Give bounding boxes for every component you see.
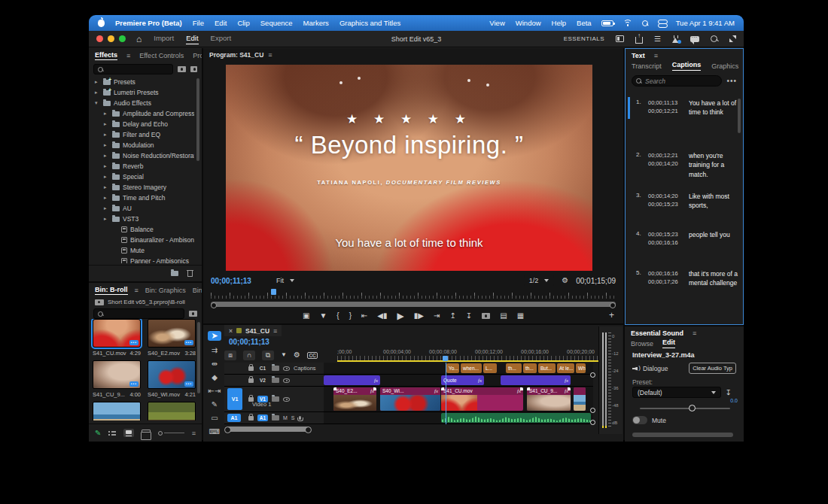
bin-clip-partial-4[interactable] bbox=[93, 402, 141, 421]
sync-lock-icon[interactable] bbox=[272, 396, 279, 402]
effects-tree-item[interactable]: ▾Audio Effects bbox=[92, 98, 194, 108]
sync-lock-icon[interactable] bbox=[272, 366, 279, 371]
caption-clip[interactable]: th... bbox=[523, 363, 537, 373]
caption-clip[interactable]: At le... bbox=[557, 363, 574, 373]
step-forward-icon[interactable]: ▮▶ bbox=[414, 312, 424, 320]
sync-lock-icon[interactable] bbox=[272, 378, 279, 383]
video-clip[interactable]: S40_WI...fx bbox=[380, 387, 440, 411]
close-window-button[interactable] bbox=[96, 35, 103, 42]
timeline-timecode[interactable]: 00;00;11;13 bbox=[229, 338, 269, 346]
panel-menu-icon[interactable]: ≡ bbox=[135, 287, 139, 294]
effects-tree-item[interactable]: ▸Reverb bbox=[92, 161, 194, 172]
zoom-window-button[interactable] bbox=[119, 35, 126, 42]
graphic-clip[interactable]: Quotefx bbox=[441, 375, 484, 385]
effects-tree-item[interactable]: ▸Amplitude and Compression bbox=[92, 108, 194, 119]
caption-text[interactable]: when you're training for a match. bbox=[689, 151, 738, 179]
tree-chevron-icon[interactable]: ▸ bbox=[104, 121, 109, 127]
clip-thumbnail[interactable]: ••• bbox=[93, 360, 141, 389]
program-scrollbar[interactable] bbox=[211, 302, 616, 307]
audio-clip[interactable] bbox=[441, 413, 591, 423]
nav-import[interactable]: Import bbox=[154, 34, 174, 44]
v1-lane[interactable]: S40_E2...fxS40_WI...fxS41_CU.movfxS41_CU… bbox=[324, 387, 593, 412]
clip-thumbnail[interactable]: ••• bbox=[93, 319, 141, 348]
bin-filter-icon[interactable] bbox=[189, 311, 197, 317]
nav-export[interactable]: Export bbox=[211, 34, 231, 44]
effects-tree-item[interactable]: ▸Presets bbox=[92, 77, 194, 87]
ripple-edit-tool[interactable]: ⇹ bbox=[208, 360, 221, 368]
tree-chevron-icon[interactable]: ▸ bbox=[104, 205, 109, 211]
sync-lock-icon[interactable] bbox=[272, 415, 279, 421]
bin-clip-S41_CU_9...[interactable]: •••S41_CU_9...4:00 bbox=[93, 360, 141, 398]
effects-tree-item[interactable]: ▸VST3 bbox=[92, 214, 194, 224]
zoom-tool-icon[interactable] bbox=[711, 35, 718, 43]
tab-captions[interactable]: Captions bbox=[672, 61, 702, 71]
comparison-view-icon[interactable]: ▣ bbox=[303, 312, 309, 320]
video-clip[interactable]: S40_E2...fx bbox=[333, 387, 376, 411]
tab-effect-controls[interactable]: Effect Controls bbox=[139, 52, 184, 59]
comments-icon[interactable] bbox=[690, 36, 699, 42]
menu-item-file[interactable]: File bbox=[193, 19, 204, 27]
playback-resolution-dropdown[interactable]: 1/2 bbox=[524, 275, 555, 286]
bin-clip-S41_CU.mov[interactable]: •••S41_CU.mov4:29 bbox=[93, 319, 141, 357]
tree-chevron-icon[interactable]: ▸ bbox=[95, 79, 100, 85]
graphic-clip[interactable]: fx bbox=[501, 375, 571, 385]
tree-chevron-icon[interactable]: ▸ bbox=[104, 142, 109, 148]
caption-list-item[interactable]: 4.00;00;15;2300;00;16;16people tell you bbox=[626, 230, 738, 247]
tab-graphics[interactable]: Graphics bbox=[711, 62, 738, 70]
clip-thumbnail[interactable] bbox=[93, 402, 141, 421]
menubar-clock[interactable]: Tue Apr 1 9:41 AM bbox=[676, 19, 735, 27]
delete-icon[interactable] bbox=[187, 271, 193, 277]
go-to-in-icon[interactable]: ⇤ bbox=[361, 312, 367, 320]
track-output-icon[interactable] bbox=[283, 366, 290, 371]
caption-clip[interactable]: But... bbox=[538, 363, 556, 373]
caption-clip[interactable]: when... bbox=[461, 363, 482, 373]
razor-tool[interactable]: ◆ bbox=[208, 373, 221, 381]
essential-sound-scrollbar[interactable] bbox=[632, 433, 733, 437]
workspaces-icon[interactable] bbox=[616, 35, 624, 42]
new-bin-icon[interactable] bbox=[171, 271, 178, 276]
menu-item-markers[interactable]: Markers bbox=[303, 19, 329, 27]
tree-chevron-icon[interactable]: ▸ bbox=[104, 163, 109, 169]
caption-text[interactable]: You have a lot of time to think bbox=[689, 99, 738, 117]
track-output-icon[interactable] bbox=[283, 378, 290, 383]
effects-tree-item[interactable]: Binauralizer - Ambisonics bbox=[92, 235, 194, 245]
tree-chevron-icon[interactable]: ▸ bbox=[95, 90, 100, 96]
freeform-view-icon[interactable] bbox=[142, 430, 151, 436]
linked-selection-icon[interactable]: ⧉ bbox=[262, 351, 274, 360]
menu-item-beta[interactable]: Beta bbox=[577, 19, 592, 27]
caption-timecodes[interactable]: 00;00;12;2100;00;14;20 bbox=[648, 151, 684, 179]
program-timecode[interactable]: 00;00;11;13 bbox=[211, 277, 251, 285]
rectangle-tool[interactable]: ▭ bbox=[208, 414, 221, 422]
timeline-playhead[interactable] bbox=[446, 363, 446, 424]
panel-menu-icon[interactable]: ≡ bbox=[268, 51, 272, 59]
captions-scrollbar[interactable] bbox=[738, 99, 741, 133]
nav-edit[interactable]: Edit bbox=[186, 34, 198, 44]
overwrite-icon[interactable]: ▦ bbox=[517, 312, 524, 320]
volume-slider[interactable] bbox=[640, 408, 730, 409]
list-view-icon[interactable] bbox=[108, 430, 116, 436]
effects-tree-item[interactable]: ▸Filter and EQ bbox=[92, 129, 194, 140]
tree-chevron-icon[interactable]: ▸ bbox=[104, 111, 109, 117]
menu-item-graphics-and-titles[interactable]: Graphics and Titles bbox=[339, 19, 400, 27]
play-button[interactable]: ▶ bbox=[397, 311, 404, 320]
selection-tool[interactable]: ➤ bbox=[208, 331, 221, 341]
spotlight-search-icon[interactable] bbox=[642, 20, 648, 26]
voiceover-record-icon[interactable] bbox=[299, 416, 301, 420]
captions-menu-icon[interactable]: CC bbox=[307, 352, 318, 359]
program-time-ruler[interactable] bbox=[211, 290, 616, 299]
snap-icon[interactable]: ∩ bbox=[243, 351, 255, 360]
lock-icon[interactable] bbox=[248, 416, 254, 421]
caption-timecodes[interactable]: 00;00;11;1300;00;12;21 bbox=[648, 99, 684, 117]
solo-track-button[interactable]: S bbox=[291, 415, 295, 421]
effects-tree-item[interactable]: ▸Stereo Imagery bbox=[92, 182, 194, 193]
wifi-icon[interactable] bbox=[623, 20, 632, 26]
mark-in-icon[interactable]: { bbox=[336, 312, 339, 320]
timeline-ruler[interactable]: ;00;0000;00;04;0000;00;08;0000;00;12;000… bbox=[337, 348, 616, 360]
track-scroll-handle[interactable] bbox=[590, 420, 595, 425]
menu-item-view[interactable]: View bbox=[489, 19, 504, 27]
tree-chevron-icon[interactable]: ▸ bbox=[104, 184, 109, 190]
tree-chevron-icon[interactable]: ▸ bbox=[104, 174, 109, 180]
program-monitor-title[interactable]: Program: S41_CU bbox=[209, 51, 263, 59]
clip-thumbnail[interactable] bbox=[148, 402, 196, 421]
preset-dropdown[interactable]: (Default) bbox=[632, 387, 721, 398]
